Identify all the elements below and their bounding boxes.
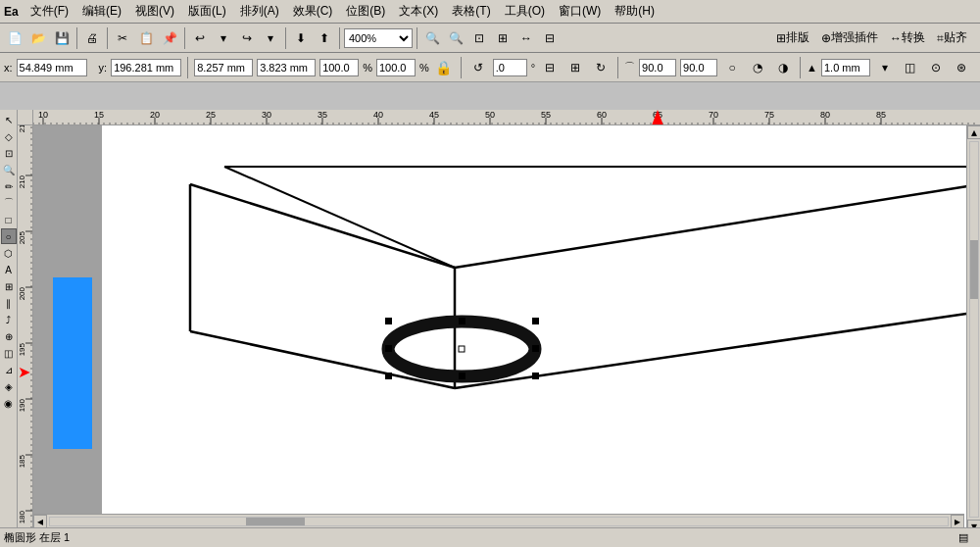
rotate-ccw-button[interactable]: ↺ (467, 57, 489, 78)
copy-button[interactable]: 📋 (135, 27, 157, 49)
crop-tool[interactable]: ⊡ (1, 145, 17, 161)
redo-dropdown[interactable]: ▾ (260, 27, 281, 49)
plugin-button[interactable]: ⊕ 增强插件 (816, 27, 883, 49)
scrollbar-horizontal[interactable]: ◂ ▸ (33, 514, 964, 527)
snap-button[interactable]: ⌗ 贴齐 (932, 27, 972, 49)
scroll-track-h (49, 517, 949, 526)
import-button[interactable]: ⬇ (290, 27, 312, 49)
smartdraw-tool[interactable]: ⌒ (1, 195, 17, 211)
blend-tool[interactable]: ⊕ (1, 328, 17, 344)
percent-1: % (363, 62, 372, 74)
page-indicator: ▤ (958, 531, 968, 544)
x-label: x: (4, 62, 13, 74)
canvas-area[interactable]: ➤ (33, 125, 980, 547)
separator-3 (184, 27, 185, 49)
svg-rect-18 (459, 373, 466, 379)
lock-aspect-button[interactable]: 🔒 (433, 57, 455, 78)
flip-h-button[interactable]: ⊟ (539, 57, 561, 78)
scroll-left-button[interactable]: ◂ (33, 515, 47, 528)
separator-c2 (461, 57, 462, 78)
parallel-tool[interactable]: ∥ (1, 295, 17, 311)
save-button[interactable]: 💾 (51, 27, 73, 49)
freehand-tool[interactable]: ✏ (1, 178, 17, 194)
menu-help[interactable]: 帮助(H) (609, 1, 661, 22)
menu-file[interactable]: 文件(F) (24, 1, 74, 22)
pointer-tool[interactable]: ↖ (1, 112, 17, 127)
new-button[interactable]: 📄 (4, 27, 25, 49)
scroll-right-button[interactable]: ▸ (951, 515, 964, 528)
zoom-out-button[interactable]: 🔍 (421, 27, 443, 49)
text-tool[interactable]: A (1, 262, 17, 277)
zoom-select-button[interactable]: ⊟ (539, 27, 561, 49)
width-input[interactable] (194, 59, 253, 76)
polygon-tool[interactable]: ⬡ (1, 245, 17, 261)
menu-effects[interactable]: 效果(C) (287, 1, 339, 22)
outline-input[interactable] (821, 59, 870, 76)
ellipse-tool[interactable]: ○ (1, 228, 17, 244)
outline-tool1[interactable]: ◫ (900, 57, 921, 78)
undo-button[interactable]: ↩ (189, 27, 211, 49)
redo-button[interactable]: ↪ (236, 27, 258, 49)
paiban-button[interactable]: ⊞ 排版 (771, 27, 814, 49)
cut-button[interactable]: ✂ (112, 27, 133, 49)
angle1-input[interactable] (639, 59, 676, 76)
menu-layout[interactable]: 版面(L) (182, 1, 232, 22)
convert-button[interactable]: ↔ 转换 (885, 27, 930, 49)
open-button[interactable]: 📂 (27, 27, 49, 49)
undo-dropdown[interactable]: ▾ (213, 27, 234, 49)
svg-rect-15 (385, 345, 392, 352)
table-tool[interactable]: ⊞ (1, 278, 17, 294)
paste-button[interactable]: 📌 (159, 27, 180, 49)
menu-tools[interactable]: 工具(O) (499, 1, 551, 22)
scroll-up-button[interactable]: ▴ (967, 125, 981, 139)
angle-icon: ⌒ (624, 60, 635, 75)
fill-tool[interactable]: ◈ (1, 378, 17, 394)
scroll-thumb-v[interactable] (970, 240, 978, 299)
menu-table[interactable]: 表格(T) (446, 1, 496, 22)
outline-tool2[interactable]: ⊙ (925, 57, 947, 78)
menu-edit[interactable]: 编辑(E) (76, 1, 127, 22)
scroll-thumb-h[interactable] (246, 518, 305, 525)
ellipse-mode3[interactable]: ◑ (772, 57, 794, 78)
rotation-input[interactable] (493, 59, 527, 76)
menu-bitmap[interactable]: 位图(B) (340, 1, 391, 22)
ellipse-mode1[interactable]: ○ (721, 57, 743, 78)
eyedropper-tool[interactable]: ⊿ (1, 362, 17, 377)
outline-dropdown[interactable]: ▾ (874, 57, 896, 78)
zoom-width-button[interactable]: ↔ (515, 27, 537, 49)
zoom-tool[interactable]: 🔍 (1, 162, 17, 177)
scale-x-input[interactable] (319, 59, 359, 76)
ellipse-mode2[interactable]: ◔ (747, 57, 768, 78)
rotate-cw-button[interactable]: ↻ (590, 57, 612, 78)
rect-tool[interactable]: □ (1, 212, 17, 227)
height-input[interactable] (257, 59, 316, 76)
menu-view[interactable]: 视图(V) (129, 1, 180, 22)
export-button[interactable]: ⬆ (314, 27, 335, 49)
menu-text[interactable]: 文本(X) (393, 1, 444, 22)
separator-6 (416, 27, 417, 49)
connector-tool[interactable]: ⤴ (1, 312, 17, 327)
snap-label: 贴齐 (944, 29, 967, 46)
x-input[interactable] (17, 59, 87, 76)
flip-v-button[interactable]: ⊞ (564, 57, 586, 78)
y-input[interactable] (111, 59, 181, 76)
menu-arrange[interactable]: 排列(A) (234, 1, 285, 22)
transparency-tool[interactable]: ◫ (1, 345, 17, 361)
snap-icon: ⌗ (937, 31, 944, 45)
zoom-in-button[interactable]: 🔍 (445, 27, 466, 49)
node-tool[interactable]: ◇ (1, 128, 17, 144)
scale-y-input[interactable] (376, 59, 416, 76)
outline-tool[interactable]: ◉ (1, 395, 17, 411)
zoom-fit-button[interactable]: ⊡ (468, 27, 490, 49)
menu-bar: Ea 文件(F) 编辑(E) 视图(V) 版面(L) 排列(A) 效果(C) 位… (0, 0, 980, 24)
print-button[interactable]: 🖨 (81, 27, 103, 49)
status-text: 椭圆形 在层 1 (4, 530, 70, 545)
separator-4 (285, 27, 286, 49)
angle2-input[interactable] (680, 59, 717, 76)
zoom-select[interactable]: 400% 200% 100% 50% (344, 28, 413, 48)
scrollbar-vertical[interactable]: ▴ ▾ (966, 125, 980, 533)
menu-window[interactable]: 窗口(W) (553, 1, 607, 22)
separator-5 (339, 27, 340, 49)
outline-tool3[interactable]: ⊛ (951, 57, 972, 78)
zoom-page-button[interactable]: ⊞ (492, 27, 514, 49)
